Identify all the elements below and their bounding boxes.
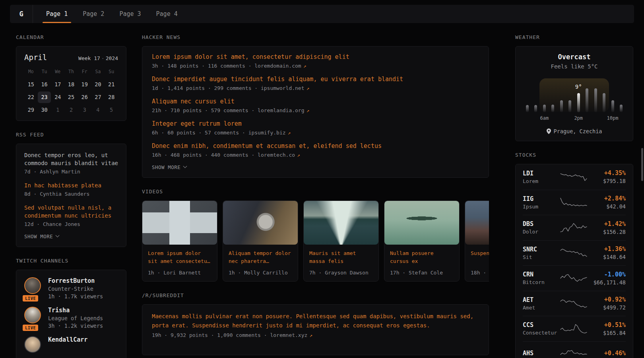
weekday-label: Fr [78,67,91,78]
post-meta: 19h · 9,932 points · 1,090 comments · lo… [152,332,479,338]
hn-item-title[interactable]: Integer eget rutrum lorem [152,120,479,128]
weather-bar [586,88,588,112]
rss-item-title[interactable]: Donec tempor eros leo, ut commodo mauris… [24,151,118,167]
stock-id: CCS Consectetur [523,321,559,336]
video-thumbnail[interactable] [304,201,378,245]
stock-name: Dolor [523,229,559,235]
weekday-label: Su [105,67,118,78]
weather-bar-column [551,78,554,112]
video-body: Lorem ipsum dolor sit amet consectetu… 1… [142,245,217,281]
video-title[interactable]: Lorem ipsum dolor sit amet consectetu… [148,249,211,265]
hn-item: Lorem ipsum dolor sit amet, consectetur … [152,53,479,69]
video-card: Nullam posuere cursus ex 17h · Stefan Co… [384,200,460,282]
calendar-panel: April Week 17·2024 Mo Tu We [16,46,126,121]
calendar-day: 3 [78,104,91,116]
page-tab[interactable]: Page 3 [118,5,142,23]
video-thumbnail[interactable] [465,201,489,245]
stock-row[interactable]: SNRC Sit +1.36% $148.64 [523,240,626,266]
video-thumbnail[interactable] [223,201,298,245]
stock-id: AHS [523,350,559,358]
hn-domain-link[interactable]: ipsumify.biz [248,130,286,136]
video-title[interactable]: Nullam posuere cursus ex [390,249,454,265]
external-link-icon: ↗ [306,85,310,91]
external-link-icon: ↗ [288,130,291,136]
videos-widget: VIDEOS Lorem ipsum dolor sit amet consec… [142,189,489,282]
channel-name[interactable]: Trisha [48,307,103,314]
channel-name[interactable]: KendallCarr [48,336,87,343]
video-meta: 1h · Molly Carrillo [229,270,292,276]
stock-price: $42.04 [588,203,626,210]
weather-bar-column [620,78,623,112]
stocks-panel: LDI Lorem +4.35% $795.18 IIG Ipsum [515,164,633,358]
page-tab[interactable]: Page 2 [81,5,105,23]
rss-item-meta: 7d · Ashlyn Martin [24,169,118,175]
video-body: Mauris sit amet massa felis 7h · Grayson… [304,245,378,281]
video-title[interactable]: Aliquam tempor dolor nec pharetra… [229,249,292,265]
app-logo[interactable]: G [10,5,33,23]
calendar-day: 24 [51,91,64,103]
scrollbar-thumb[interactable] [641,148,643,181]
stock-values: +2.84% $42.04 [588,195,626,210]
calendar-day: 1 [51,104,64,116]
hn-item-meta: 6h · 60 points · 57 comments · ipsumify.… [152,130,479,136]
video-title[interactable]: Suspendisse diam [471,249,489,265]
hn-domain-link[interactable]: loremtech.co [258,152,295,158]
stock-row[interactable]: LDI Lorem +4.35% $795.18 [523,164,626,190]
rss-item-meta: 12d · Chance Jones [24,221,118,227]
hn-item-title[interactable]: Donec enim nibh, condimentum et accumsan… [152,142,479,150]
live-badge: LIVE [22,294,39,302]
channel-avatar[interactable] [24,336,41,353]
twitch-channel-row: KendallCarr [24,336,118,353]
stock-row[interactable]: CRN Bitcorn -1.00% $66,171.48 [523,265,626,291]
hn-item: Donec imperdiet augue tincidunt felis al… [152,75,479,91]
show-more-label: SHOW MORE [152,164,180,170]
post-domain-link[interactable]: loremnet.xyz [270,332,307,338]
stock-name: Bitcorn [523,279,559,285]
top-nav: G Page 1 Page 2 Page 3 Page 4 [10,5,634,23]
calendar-day: 22 [24,91,38,103]
rss-show-more-button[interactable]: SHOW MORE [24,233,118,239]
weather-bar [526,105,529,112]
stock-name: Ipsum [523,204,559,210]
external-link-icon: ↗ [297,152,300,158]
hn-domain-link[interactable]: loremdomain.com [254,63,301,69]
page-tab[interactable]: Page 4 [155,5,179,23]
subreddit-widget: /R/SUBREDDIT Maecenas mollis pulvinar er… [142,292,489,355]
weather-bar [603,93,605,112]
channel-avatar[interactable] [24,277,41,294]
rss-list: Donec tempor eros leo, ut commodo mauris… [24,151,118,227]
post-title[interactable]: Maecenas mollis pulvinar erat non posuer… [152,312,479,330]
twitch-channel-row: LIVE Trisha League of Legends 3h · 1.2k … [24,307,118,329]
hn-domain-link[interactable]: ipsumworld.net [261,85,305,91]
hn-show-more-button[interactable]: SHOW MORE [152,164,479,170]
channel-avatar[interactable] [24,307,41,323]
video-thumbnail[interactable] [142,201,217,245]
stock-row[interactable]: CCS Consectetur +0.51% $165.84 [523,316,626,341]
stock-row[interactable]: DBS Dolor +1.42% $156.28 [523,215,626,240]
stock-price: $156.28 [588,229,626,235]
weather-bar [534,105,537,112]
stock-id: IIG Ipsum [523,195,559,210]
calendar-day: 2 [64,104,78,116]
stock-row[interactable]: AET Amet +0.92% $499.72 [523,291,626,316]
hn-domain-link[interactable]: loremlandia.org [258,107,304,113]
rss-item-title[interactable]: In hac habitasse platea [24,181,118,189]
dashboard: CALENDAR April Week 17·2024 Mo Tu [0,23,644,358]
video-title[interactable]: Mauris sit amet massa felis [309,249,373,265]
rss-item-title[interactable]: Sed volutpat nulla nisl, a condimentum n… [24,204,118,220]
video-thumbnail[interactable] [384,201,459,245]
hn-item-title[interactable]: Aliquam nec cursus elit [152,97,479,106]
weather-bar [568,100,571,112]
twitch-channel-row: LIVE ForrestBurton Counter-Strike 1h · 1… [24,277,118,300]
stock-row[interactable]: AHS +0.46% [523,341,626,358]
hn-item-title[interactable]: Lorem ipsum dolor sit amet, consectetur … [152,53,479,61]
hn-item-title[interactable]: Donec imperdiet augue tincidunt felis al… [152,75,479,84]
page-tab[interactable]: Page 1 [45,5,69,23]
weekday-label: We [51,67,64,78]
video-card: Aliquam tempor dolor nec pharetra… 1h · … [223,200,298,282]
channel-name[interactable]: ForrestBurton [48,277,103,284]
calendar-section-title: CALENDAR [16,34,126,40]
stock-sparkline [559,298,588,309]
stock-price: $66,171.48 [588,279,626,286]
stock-row[interactable]: IIG Ipsum +2.84% $42.04 [523,190,626,215]
